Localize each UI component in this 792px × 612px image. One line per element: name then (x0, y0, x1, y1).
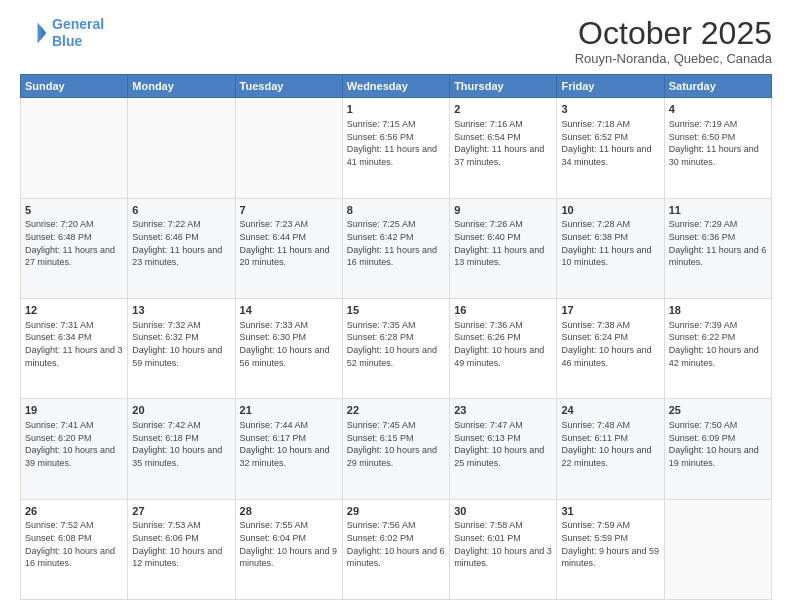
calendar-cell: 17Sunrise: 7:38 AMSunset: 6:24 PMDayligh… (557, 298, 664, 398)
day-info: Sunrise: 7:59 AMSunset: 5:59 PMDaylight:… (561, 519, 659, 569)
calendar-cell: 26Sunrise: 7:52 AMSunset: 6:08 PMDayligh… (21, 499, 128, 599)
day-info: Sunrise: 7:18 AMSunset: 6:52 PMDaylight:… (561, 118, 659, 168)
day-number: 19 (25, 403, 123, 418)
header: General Blue October 2025 Rouyn-Noranda,… (20, 16, 772, 66)
day-info: Sunrise: 7:15 AMSunset: 6:56 PMDaylight:… (347, 118, 445, 168)
calendar-cell: 20Sunrise: 7:42 AMSunset: 6:18 PMDayligh… (128, 399, 235, 499)
day-number: 18 (669, 303, 767, 318)
week-row-2: 5Sunrise: 7:20 AMSunset: 6:48 PMDaylight… (21, 198, 772, 298)
calendar-cell (21, 98, 128, 198)
calendar-cell: 19Sunrise: 7:41 AMSunset: 6:20 PMDayligh… (21, 399, 128, 499)
day-number: 28 (240, 504, 338, 519)
calendar-cell: 8Sunrise: 7:25 AMSunset: 6:42 PMDaylight… (342, 198, 449, 298)
day-number: 25 (669, 403, 767, 418)
day-number: 22 (347, 403, 445, 418)
weekday-header-monday: Monday (128, 75, 235, 98)
day-number: 16 (454, 303, 552, 318)
title-block: October 2025 Rouyn-Noranda, Quebec, Cana… (575, 16, 772, 66)
day-number: 1 (347, 102, 445, 117)
day-info: Sunrise: 7:44 AMSunset: 6:17 PMDaylight:… (240, 419, 338, 469)
calendar-cell: 22Sunrise: 7:45 AMSunset: 6:15 PMDayligh… (342, 399, 449, 499)
day-info: Sunrise: 7:29 AMSunset: 6:36 PMDaylight:… (669, 218, 767, 268)
day-number: 27 (132, 504, 230, 519)
day-number: 26 (25, 504, 123, 519)
day-info: Sunrise: 7:42 AMSunset: 6:18 PMDaylight:… (132, 419, 230, 469)
day-number: 13 (132, 303, 230, 318)
day-number: 17 (561, 303, 659, 318)
calendar-cell: 4Sunrise: 7:19 AMSunset: 6:50 PMDaylight… (664, 98, 771, 198)
day-number: 10 (561, 203, 659, 218)
day-number: 14 (240, 303, 338, 318)
weekday-header-wednesday: Wednesday (342, 75, 449, 98)
week-row-4: 19Sunrise: 7:41 AMSunset: 6:20 PMDayligh… (21, 399, 772, 499)
weekday-header-saturday: Saturday (664, 75, 771, 98)
day-info: Sunrise: 7:26 AMSunset: 6:40 PMDaylight:… (454, 218, 552, 268)
week-row-3: 12Sunrise: 7:31 AMSunset: 6:34 PMDayligh… (21, 298, 772, 398)
logo-line2: Blue (52, 33, 82, 49)
day-number: 7 (240, 203, 338, 218)
calendar-cell: 27Sunrise: 7:53 AMSunset: 6:06 PMDayligh… (128, 499, 235, 599)
calendar-cell: 12Sunrise: 7:31 AMSunset: 6:34 PMDayligh… (21, 298, 128, 398)
calendar-cell: 21Sunrise: 7:44 AMSunset: 6:17 PMDayligh… (235, 399, 342, 499)
calendar-cell: 18Sunrise: 7:39 AMSunset: 6:22 PMDayligh… (664, 298, 771, 398)
day-number: 15 (347, 303, 445, 318)
logo-text: General Blue (52, 16, 104, 50)
day-number: 31 (561, 504, 659, 519)
day-info: Sunrise: 7:55 AMSunset: 6:04 PMDaylight:… (240, 519, 338, 569)
calendar-cell: 5Sunrise: 7:20 AMSunset: 6:48 PMDaylight… (21, 198, 128, 298)
calendar-cell: 2Sunrise: 7:16 AMSunset: 6:54 PMDaylight… (450, 98, 557, 198)
day-info: Sunrise: 7:45 AMSunset: 6:15 PMDaylight:… (347, 419, 445, 469)
day-number: 4 (669, 102, 767, 117)
calendar-cell (128, 98, 235, 198)
weekday-header-tuesday: Tuesday (235, 75, 342, 98)
weekday-header-thursday: Thursday (450, 75, 557, 98)
month-title: October 2025 (575, 16, 772, 51)
calendar-table: SundayMondayTuesdayWednesdayThursdayFrid… (20, 74, 772, 600)
day-info: Sunrise: 7:35 AMSunset: 6:28 PMDaylight:… (347, 319, 445, 369)
calendar-cell: 9Sunrise: 7:26 AMSunset: 6:40 PMDaylight… (450, 198, 557, 298)
day-info: Sunrise: 7:47 AMSunset: 6:13 PMDaylight:… (454, 419, 552, 469)
calendar-cell (235, 98, 342, 198)
day-info: Sunrise: 7:39 AMSunset: 6:22 PMDaylight:… (669, 319, 767, 369)
day-info: Sunrise: 7:31 AMSunset: 6:34 PMDaylight:… (25, 319, 123, 369)
day-number: 21 (240, 403, 338, 418)
day-info: Sunrise: 7:32 AMSunset: 6:32 PMDaylight:… (132, 319, 230, 369)
day-info: Sunrise: 7:22 AMSunset: 6:46 PMDaylight:… (132, 218, 230, 268)
calendar-cell: 15Sunrise: 7:35 AMSunset: 6:28 PMDayligh… (342, 298, 449, 398)
weekday-header-sunday: Sunday (21, 75, 128, 98)
day-number: 5 (25, 203, 123, 218)
day-number: 3 (561, 102, 659, 117)
calendar-cell: 23Sunrise: 7:47 AMSunset: 6:13 PMDayligh… (450, 399, 557, 499)
day-info: Sunrise: 7:52 AMSunset: 6:08 PMDaylight:… (25, 519, 123, 569)
weekday-header-row: SundayMondayTuesdayWednesdayThursdayFrid… (21, 75, 772, 98)
logo: General Blue (20, 16, 104, 50)
calendar-page: General Blue October 2025 Rouyn-Noranda,… (0, 0, 792, 612)
day-number: 24 (561, 403, 659, 418)
calendar-cell: 7Sunrise: 7:23 AMSunset: 6:44 PMDaylight… (235, 198, 342, 298)
day-info: Sunrise: 7:25 AMSunset: 6:42 PMDaylight:… (347, 218, 445, 268)
location: Rouyn-Noranda, Quebec, Canada (575, 51, 772, 66)
day-info: Sunrise: 7:41 AMSunset: 6:20 PMDaylight:… (25, 419, 123, 469)
svg-marker-1 (41, 26, 46, 40)
day-info: Sunrise: 7:20 AMSunset: 6:48 PMDaylight:… (25, 218, 123, 268)
day-info: Sunrise: 7:16 AMSunset: 6:54 PMDaylight:… (454, 118, 552, 168)
calendar-cell: 3Sunrise: 7:18 AMSunset: 6:52 PMDaylight… (557, 98, 664, 198)
day-info: Sunrise: 7:53 AMSunset: 6:06 PMDaylight:… (132, 519, 230, 569)
logo-icon (20, 19, 48, 47)
weekday-header-friday: Friday (557, 75, 664, 98)
day-info: Sunrise: 7:50 AMSunset: 6:09 PMDaylight:… (669, 419, 767, 469)
day-number: 12 (25, 303, 123, 318)
day-number: 20 (132, 403, 230, 418)
day-number: 8 (347, 203, 445, 218)
day-info: Sunrise: 7:23 AMSunset: 6:44 PMDaylight:… (240, 218, 338, 268)
calendar-cell: 13Sunrise: 7:32 AMSunset: 6:32 PMDayligh… (128, 298, 235, 398)
day-info: Sunrise: 7:58 AMSunset: 6:01 PMDaylight:… (454, 519, 552, 569)
calendar-cell: 28Sunrise: 7:55 AMSunset: 6:04 PMDayligh… (235, 499, 342, 599)
calendar-cell (664, 499, 771, 599)
calendar-cell: 29Sunrise: 7:56 AMSunset: 6:02 PMDayligh… (342, 499, 449, 599)
day-info: Sunrise: 7:38 AMSunset: 6:24 PMDaylight:… (561, 319, 659, 369)
day-number: 23 (454, 403, 552, 418)
calendar-cell: 1Sunrise: 7:15 AMSunset: 6:56 PMDaylight… (342, 98, 449, 198)
calendar-cell: 11Sunrise: 7:29 AMSunset: 6:36 PMDayligh… (664, 198, 771, 298)
calendar-cell: 6Sunrise: 7:22 AMSunset: 6:46 PMDaylight… (128, 198, 235, 298)
